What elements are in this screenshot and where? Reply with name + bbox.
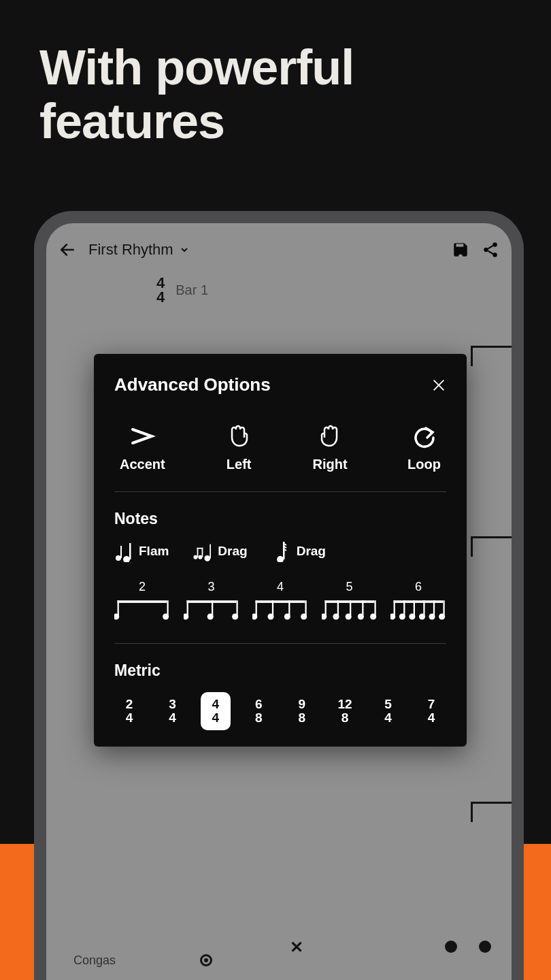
svg-rect-15	[197, 548, 203, 549]
share-icon[interactable]	[482, 241, 499, 259]
chevron-down-icon	[179, 244, 190, 255]
tuplet-6-button[interactable]: 6	[390, 580, 446, 623]
metric-top: 12	[338, 698, 352, 711]
panel-title: Advanced Options	[114, 374, 271, 395]
metric-9-8-button[interactable]: 98	[287, 692, 317, 730]
drag2-icon	[272, 540, 290, 562]
grace-notes-row: Flam Drag Drag	[114, 540, 446, 562]
svg-rect-33	[256, 600, 257, 615]
tuplet-number: 3	[207, 580, 214, 594]
promo-headline: With powerful features	[0, 0, 551, 148]
flam-label: Flam	[139, 544, 169, 559]
metric-bottom: 8	[298, 711, 305, 725]
svg-rect-12	[197, 548, 199, 557]
drag-label: Drag	[218, 544, 247, 559]
svg-rect-44	[337, 600, 338, 615]
svg-rect-10	[129, 543, 131, 559]
svg-point-58	[409, 613, 415, 619]
svg-point-9	[123, 556, 130, 562]
drag-button[interactable]: Drag	[193, 540, 247, 562]
svg-point-51	[370, 613, 376, 619]
drag2-button[interactable]: Drag	[272, 540, 326, 562]
svg-rect-14	[202, 548, 203, 557]
track-lane[interactable]: ✕	[141, 906, 512, 947]
svg-rect-48	[362, 600, 363, 615]
svg-point-36	[267, 613, 273, 619]
loop-button[interactable]: Loop	[407, 423, 441, 472]
tuplet-2-button[interactable]: 2	[114, 580, 170, 623]
back-icon[interactable]	[59, 241, 76, 259]
divider	[114, 491, 446, 492]
left-label: Left	[227, 457, 252, 472]
time-signature-row: 4 4 Bar 1	[46, 267, 512, 305]
svg-rect-42	[324, 600, 326, 615]
svg-point-29	[207, 613, 213, 619]
metric-top: 6	[255, 698, 263, 711]
phone-frame: First Rhythm 4 4 Bar 1 ✕ Congas A	[34, 211, 524, 980]
svg-rect-39	[305, 600, 306, 615]
metric-section-title: Metric	[114, 662, 446, 680]
svg-point-60	[419, 613, 425, 619]
accent-button[interactable]: Accent	[120, 423, 165, 472]
right-hand-button[interactable]: Right	[313, 423, 348, 472]
doc-title-dropdown[interactable]: First Rhythm	[88, 241, 439, 259]
headline-line-2: features	[39, 94, 224, 148]
metric-5-4-button[interactable]: 54	[373, 692, 403, 730]
advanced-options-panel: Advanced Options Accent Left Right	[94, 354, 467, 747]
flam-button[interactable]: Flam	[114, 540, 169, 562]
svg-point-49	[357, 613, 363, 619]
svg-point-47	[345, 613, 351, 619]
playhead-icon	[200, 954, 212, 966]
metric-4-4-button[interactable]: 44	[201, 692, 231, 730]
metric-top: 9	[298, 698, 305, 711]
svg-point-13	[199, 555, 203, 559]
metric-top: 5	[384, 698, 392, 711]
notes-section-title: Notes	[114, 510, 446, 528]
tuplet-4-button[interactable]: 4	[252, 580, 308, 623]
flam-icon	[114, 540, 132, 562]
metric-bottom: 4	[169, 711, 176, 725]
metric-top: 2	[126, 698, 133, 711]
metric-6-8-button[interactable]: 68	[244, 692, 273, 730]
metric-2-4-button[interactable]: 24	[114, 692, 144, 730]
tuplet-notes-icon	[390, 595, 446, 623]
svg-rect-23	[167, 600, 168, 615]
svg-rect-55	[403, 600, 405, 615]
app-bar: First Rhythm	[46, 223, 512, 267]
metric-top: 4	[212, 698, 220, 711]
close-icon[interactable]	[431, 378, 446, 393]
drag2-label: Drag	[297, 544, 326, 559]
metric-bottom: 8	[341, 711, 349, 725]
svg-point-3	[484, 248, 488, 252]
ts-bottom: 4	[156, 291, 165, 305]
svg-rect-17	[210, 544, 212, 559]
doc-title: First Rhythm	[88, 241, 173, 259]
svg-point-7	[116, 555, 121, 561]
tuplet-3-button[interactable]: 3	[184, 580, 239, 623]
svg-rect-21	[118, 600, 119, 615]
metric-7-4-button[interactable]: 74	[416, 692, 446, 730]
left-hand-button[interactable]: Left	[225, 423, 252, 472]
svg-rect-26	[186, 600, 188, 615]
metric-bottom: 4	[384, 711, 392, 725]
option-row: Accent Left Right Loop	[114, 423, 446, 472]
svg-point-56	[399, 613, 405, 619]
loop-label: Loop	[407, 457, 441, 472]
svg-point-18	[277, 556, 284, 562]
instrument-label: Congas	[73, 953, 116, 968]
note-dot-icon	[445, 941, 457, 953]
svg-rect-1	[456, 244, 464, 246]
metric-12-8-button[interactable]: 128	[330, 692, 360, 730]
svg-point-2	[492, 242, 497, 247]
tuplet-notes-icon	[322, 595, 378, 623]
svg-point-62	[429, 613, 435, 619]
save-icon[interactable]	[452, 241, 469, 259]
svg-point-16	[205, 555, 211, 561]
svg-rect-57	[414, 600, 415, 615]
metric-3-4-button[interactable]: 34	[157, 692, 187, 730]
phone-screen: First Rhythm 4 4 Bar 1 ✕ Congas A	[46, 223, 512, 980]
svg-point-11	[194, 555, 198, 559]
tuplet-5-button[interactable]: 5	[322, 580, 378, 623]
svg-point-31	[232, 613, 238, 619]
time-signature[interactable]: 4 4	[156, 276, 165, 305]
